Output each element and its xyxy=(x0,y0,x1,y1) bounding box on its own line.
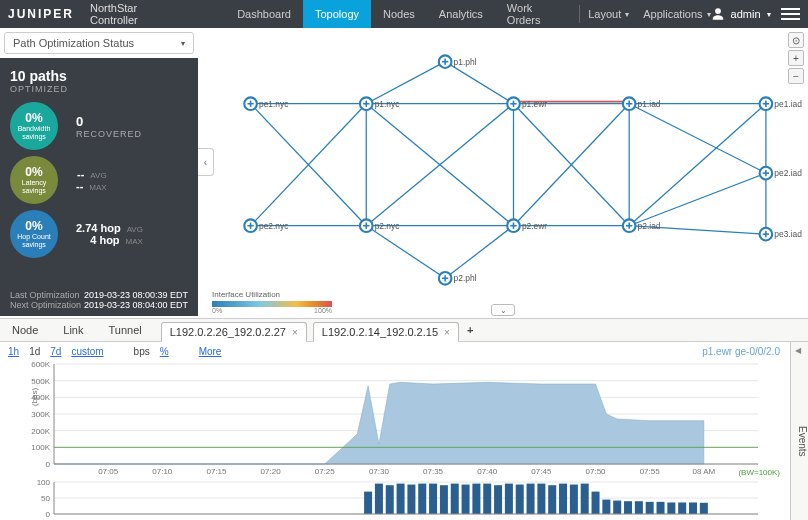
optimization-panel: 10 paths OPTIMIZED 0% Bandwidth savings … xyxy=(0,58,198,316)
close-tab-icon[interactable]: × xyxy=(292,327,298,338)
next-opt-value: 2019-03-23 08:04:00 EDT xyxy=(84,300,188,310)
util-bar xyxy=(386,485,394,514)
nav-tab-analytics[interactable]: Analytics xyxy=(427,0,495,28)
nav-tab-work-orders[interactable]: Work Orders xyxy=(495,0,571,28)
range-7d[interactable]: 7d xyxy=(50,346,61,357)
chevron-down-icon: ▾ xyxy=(181,39,185,48)
nav-tab-nodes[interactable]: Nodes xyxy=(371,0,427,28)
topo-node-label: p2.ewr xyxy=(522,221,547,231)
util-bar xyxy=(407,485,415,514)
svg-text:100K: 100K xyxy=(31,443,50,452)
unit-bps[interactable]: bps xyxy=(134,346,150,357)
sidebar: Path Optimization Status ▾ 10 paths OPTI… xyxy=(0,28,198,318)
range-1d[interactable]: 1d xyxy=(29,346,40,357)
utilization-legend: Interface Utilization 0%100% xyxy=(212,290,332,314)
svg-text:07:25: 07:25 xyxy=(315,467,336,476)
topo-node-label: pe3.iad xyxy=(774,229,802,239)
topo-node-label: p2.iad xyxy=(638,221,661,231)
svg-text:600K: 600K xyxy=(31,360,50,369)
topo-node-label: p1.ewr xyxy=(522,99,547,109)
svg-text:100: 100 xyxy=(37,478,51,487)
user-menu[interactable]: admin▾ xyxy=(711,7,771,21)
util-bar xyxy=(429,484,437,514)
traffic-area xyxy=(54,382,704,464)
recovered-value: 0 xyxy=(76,114,142,129)
util-bar xyxy=(581,484,589,514)
detail-tab-link[interactable]: L192.0.2.14_192.0.2.15× xyxy=(313,322,459,342)
svg-line-24 xyxy=(445,226,513,279)
filter-select[interactable]: Path Optimization Status ▾ xyxy=(4,32,194,54)
close-tab-icon[interactable]: × xyxy=(444,327,450,338)
svg-text:07:35: 07:35 xyxy=(423,467,444,476)
nav-tabs: DashboardTopologyNodesAnalyticsWork Orde… xyxy=(225,0,571,28)
util-bar xyxy=(635,501,643,514)
svg-text:07:15: 07:15 xyxy=(206,467,227,476)
svg-text:07:30: 07:30 xyxy=(369,467,390,476)
svg-line-16 xyxy=(629,104,766,226)
util-bar xyxy=(559,484,567,514)
topology-canvas[interactable]: ‹ ⊙ + − p1.phlpe1.nycp1.nycp1.ewrp1.iadp… xyxy=(198,28,808,318)
util-bar xyxy=(462,485,470,514)
paths-count: 10 paths xyxy=(10,68,188,84)
svg-text:0: 0 xyxy=(46,510,51,518)
range-custom[interactable]: custom xyxy=(71,346,103,357)
detail-tabs: NodeLinkTunnelL192.0.2.26_192.0.2.27×L19… xyxy=(0,318,808,342)
svg-line-5 xyxy=(445,62,513,104)
svg-text:08 AM: 08 AM xyxy=(693,467,716,476)
menu-icon[interactable] xyxy=(781,8,800,20)
layout-dropdown[interactable]: Layout▾ xyxy=(588,8,629,20)
nav-tab-topology[interactable]: Topology xyxy=(303,0,371,28)
util-bar xyxy=(537,484,545,514)
util-bar xyxy=(602,500,610,514)
util-bar xyxy=(646,502,654,514)
svg-text:300K: 300K xyxy=(31,410,50,419)
events-drawer[interactable]: Events xyxy=(790,342,808,520)
svg-text:07:55: 07:55 xyxy=(640,467,661,476)
util-bar xyxy=(516,485,524,514)
separator xyxy=(579,5,580,23)
util-bar xyxy=(624,501,632,514)
topo-node-label: pe2.nyc xyxy=(259,221,288,231)
detail-tab-tunnel[interactable]: Tunnel xyxy=(96,319,154,341)
svg-text:07:05: 07:05 xyxy=(98,467,119,476)
chart-controls: 1h1d7dcustombps%More xyxy=(8,346,800,357)
detail-tab-node[interactable]: Node xyxy=(0,319,51,341)
detail-tab-link[interactable]: Link xyxy=(51,319,96,341)
topo-node-label: pe1.nyc xyxy=(259,99,288,109)
last-opt-label: Last Optimization xyxy=(10,290,80,300)
svg-text:07:40: 07:40 xyxy=(477,467,498,476)
svg-text:400K: 400K xyxy=(31,393,50,402)
detail-tab-link[interactable]: L192.0.2.26_192.0.2.27× xyxy=(161,322,307,342)
util-bar xyxy=(613,501,621,514)
util-bar xyxy=(592,492,600,514)
svg-text:0: 0 xyxy=(46,460,51,469)
svg-text:07:10: 07:10 xyxy=(152,467,173,476)
optimized-label: OPTIMIZED xyxy=(10,84,188,94)
svg-line-14 xyxy=(629,104,766,173)
util-bar xyxy=(667,502,675,514)
applications-dropdown[interactable]: Applications▾ xyxy=(643,8,710,20)
expand-down-button[interactable]: ⌄ xyxy=(491,304,515,316)
unit-percent[interactable]: % xyxy=(160,346,169,357)
topo-node-label: p1.iad xyxy=(638,99,661,109)
util-bar xyxy=(364,492,372,514)
svg-line-23 xyxy=(366,226,445,279)
bandwidth-metric: 0% Bandwidth savings xyxy=(10,102,58,150)
last-opt-value: 2019-03-23 08:00:39 EDT xyxy=(84,290,188,300)
topo-node-label: p1.phl xyxy=(454,57,477,67)
more-link[interactable]: More xyxy=(199,346,222,357)
nav-tab-dashboard[interactable]: Dashboard xyxy=(225,0,303,28)
hopcount-metric: 0% Hop Count savings xyxy=(10,210,58,258)
util-bar xyxy=(700,503,708,514)
svg-line-4 xyxy=(366,62,445,104)
util-bar xyxy=(494,485,502,514)
add-tab-button[interactable]: + xyxy=(459,319,481,341)
product-name: NorthStar Controller xyxy=(90,2,185,26)
recovered-label: RECOVERED xyxy=(76,129,142,139)
svg-text:200K: 200K xyxy=(31,427,50,436)
util-bar xyxy=(375,484,383,514)
util-bar xyxy=(657,502,665,514)
range-1h[interactable]: 1h xyxy=(8,346,19,357)
svg-text:07:20: 07:20 xyxy=(261,467,282,476)
topo-node-label: p1.nyc xyxy=(375,99,400,109)
